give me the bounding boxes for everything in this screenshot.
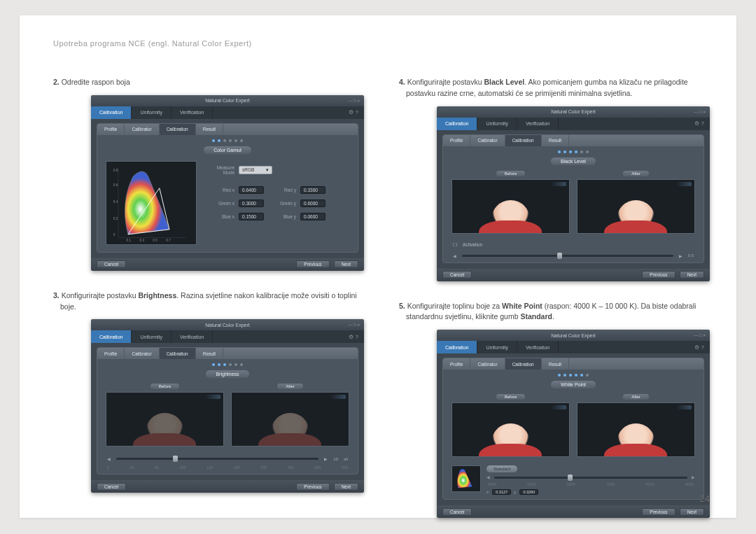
cie-gamut-plot: 00.20.40.60.80.10.30.50.7 bbox=[106, 161, 197, 245]
app-window: Natural Color Expert Calibration Uniform… bbox=[91, 95, 364, 271]
svg-text:0: 0 bbox=[113, 233, 115, 237]
red-y-input[interactable]: 0.3300 bbox=[300, 186, 326, 194]
bottom-bar: Cancel Previous Next bbox=[91, 258, 364, 271]
cancel-button[interactable]: Cancel bbox=[97, 260, 126, 268]
blacklevel-slider[interactable]: ◀▶ 0.5 bbox=[443, 249, 704, 262]
step-5: 5. Konfigurirajte toplinu boje za White … bbox=[399, 301, 710, 519]
red-x-input[interactable]: 0.6400 bbox=[239, 186, 264, 194]
page-header: Upotreba programa NCE (engl. Natural Col… bbox=[53, 39, 710, 48]
tab-uniformity[interactable]: Uniformity bbox=[132, 106, 172, 119]
tab-calibration[interactable]: Calibration bbox=[91, 106, 132, 119]
gamut-controls: Measure Mode sRGB▾ Red x0.6400 Red y0.33… bbox=[206, 161, 349, 245]
screenshot-step2: Natural Color Expert Calibration Uniform… bbox=[91, 95, 364, 271]
svg-text:0.4: 0.4 bbox=[113, 200, 118, 204]
screenshot-step5: Natural Color Expert Calibration Uniform… bbox=[437, 330, 710, 518]
section-chip: Color Gamut bbox=[97, 146, 358, 154]
blue-x-input[interactable]: 0.1500 bbox=[239, 213, 264, 220]
svg-point-11 bbox=[463, 480, 464, 482]
column-right: 4. Konfigurirajte postavku Black Level. … bbox=[399, 77, 710, 534]
titlebar: Natural Color Expert bbox=[91, 95, 364, 106]
green-y-input[interactable]: 0.6000 bbox=[300, 199, 326, 207]
window-icons: ⚙ ? bbox=[349, 106, 364, 119]
previous-button[interactable]: Previous bbox=[296, 260, 329, 268]
wp-x-value: 0.3127 bbox=[492, 489, 511, 495]
mini-gamut bbox=[451, 465, 481, 492]
top-tabs: Calibration Uniformity Verification ⚙ ? bbox=[91, 106, 364, 119]
preview-after bbox=[577, 402, 695, 457]
document-page: Upotreba programa NCE (engl. Natural Col… bbox=[20, 15, 736, 518]
step-4: 4. Konfigurirajte postavku Black Level. … bbox=[399, 77, 710, 281]
svg-text:0.2: 0.2 bbox=[113, 216, 118, 220]
wp-y-value: 0.3290 bbox=[519, 489, 538, 495]
screenshot-step4: Natural Color Expert Calibration Uniform… bbox=[437, 106, 710, 281]
svg-text:0.5: 0.5 bbox=[153, 239, 158, 242]
brightness-slider[interactable]: ◀ ▶ 10 all bbox=[97, 452, 358, 465]
whitepoint-slider[interactable]: ◀▶ bbox=[486, 475, 695, 479]
svg-text:0.8: 0.8 bbox=[113, 169, 118, 172]
preview-after bbox=[231, 392, 349, 447]
step-tabs: Profile Calibrator Calibration Result bbox=[97, 124, 358, 135]
green-x-input[interactable]: 0.3000 bbox=[239, 199, 264, 207]
preview-before bbox=[451, 179, 570, 234]
column-left: 2. Odredite raspon boja Natural Color Ex… bbox=[53, 77, 364, 534]
steptab-calibrator[interactable]: Calibrator bbox=[125, 124, 159, 135]
activation-checkbox[interactable]: ☐ Activation bbox=[443, 239, 704, 249]
step-3: 3. Konfigurirajte postavku Brightness. R… bbox=[53, 290, 364, 493]
preview-before bbox=[106, 392, 224, 447]
steptab-calibration[interactable]: Calibration bbox=[160, 124, 196, 135]
steptab-profile[interactable]: Profile bbox=[97, 124, 125, 135]
preview-after bbox=[577, 179, 695, 234]
step-3-text: 3. Konfigurirajte postavku Brightness. R… bbox=[53, 290, 364, 313]
svg-text:0.3: 0.3 bbox=[139, 239, 144, 242]
steptab-result[interactable]: Result bbox=[196, 124, 223, 135]
step-4-text: 4. Konfigurirajte postavku Black Level. … bbox=[399, 77, 710, 99]
svg-text:0.7: 0.7 bbox=[166, 239, 171, 242]
step-2: 2. Odredite raspon boja Natural Color Ex… bbox=[53, 77, 364, 271]
next-button[interactable]: Next bbox=[334, 260, 358, 268]
standard-button[interactable]: Standard bbox=[486, 465, 517, 472]
svg-text:0.1: 0.1 bbox=[127, 239, 132, 242]
step-2-text: 2. Odredite raspon boja bbox=[53, 77, 364, 88]
blue-y-input[interactable]: 0.0600 bbox=[300, 213, 326, 220]
preview-before bbox=[451, 402, 570, 457]
screenshot-step3: Natural Color Expert Calibration Uniform… bbox=[91, 319, 364, 493]
tab-verification[interactable]: Verification bbox=[172, 106, 213, 119]
measure-mode-select[interactable]: sRGB▾ bbox=[239, 166, 272, 174]
two-column-layout: 2. Odredite raspon boja Natural Color Ex… bbox=[53, 77, 710, 534]
step-5-text: 5. Konfigurirajte toplinu boje za White … bbox=[399, 301, 710, 323]
svg-text:0.6: 0.6 bbox=[113, 183, 118, 187]
measure-mode-label: Measure Mode bbox=[206, 165, 234, 175]
page-number: 24 bbox=[700, 493, 710, 504]
